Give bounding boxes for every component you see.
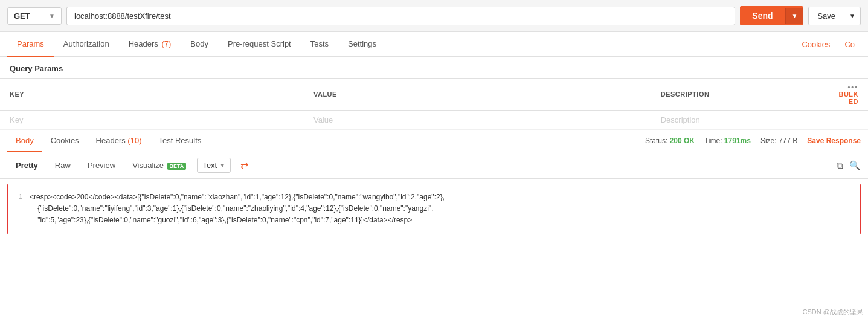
send-label: Send xyxy=(740,6,785,25)
value-input-cell[interactable]: Value xyxy=(304,111,651,130)
code-area: 1 <resp><code>200</code><data>[{"isDelet… xyxy=(7,184,861,234)
status-value: 200 OK xyxy=(670,137,695,145)
beta-badge: BETA xyxy=(167,163,187,170)
tab-params[interactable]: Params xyxy=(7,32,54,57)
tab-tests[interactable]: Tests xyxy=(301,32,338,57)
tab-authorization[interactable]: Authorization xyxy=(54,32,119,57)
time-value: 1791ms xyxy=(724,137,751,145)
more-options-icon[interactable]: ••• xyxy=(847,83,858,91)
method-chevron-icon: ▼ xyxy=(49,13,55,19)
tabs-right: Cookies Co xyxy=(796,33,861,56)
main-tabs-bar: Params Authorization Headers (7) Body Pr… xyxy=(0,32,868,57)
fmt-tab-visualize[interactable]: Visualize BETA xyxy=(124,157,194,173)
bulk-edit-link[interactable]: Bulk Ed xyxy=(838,91,858,105)
search-icon[interactable]: 🔍 xyxy=(849,160,861,171)
code-line-1: 1 <resp><code>200</code><data>[{"isDelet… xyxy=(8,190,860,228)
res-tab-body[interactable]: Body xyxy=(7,130,42,152)
res-tab-test-results[interactable]: Test Results xyxy=(150,130,210,152)
status-label: Status: 200 OK xyxy=(645,137,695,145)
top-bar: GET ▼ Send ▼ Save ▼ xyxy=(0,0,868,32)
tab-pre-request-script[interactable]: Pre-request Script xyxy=(218,32,301,57)
type-select-label: Text xyxy=(202,161,217,170)
size-label: Size: 777 B xyxy=(760,137,797,145)
save-response-button[interactable]: Save Response xyxy=(807,137,861,145)
type-select-chevron-icon: ▼ xyxy=(219,162,225,169)
line-number-1: 1 xyxy=(8,192,30,227)
params-table: KEY VALUE DESCRIPTION ••• Bulk Ed Key Va… xyxy=(0,78,868,130)
send-button[interactable]: Send ▼ xyxy=(740,6,803,25)
table-row: Key Value Description xyxy=(0,111,868,130)
status-info: Status: 200 OK Time: 1791ms Size: 777 B … xyxy=(645,137,861,145)
type-select[interactable]: Text ▼ xyxy=(197,158,231,173)
col-header-key: KEY xyxy=(0,79,304,111)
fmt-right-actions: ⧉ 🔍 xyxy=(837,160,861,171)
save-chevron-icon[interactable]: ▼ xyxy=(844,8,860,24)
format-bar: Pretty Raw Preview Visualize BETA Text ▼… xyxy=(0,152,868,179)
res-tab-headers[interactable]: Headers (10) xyxy=(88,130,150,152)
col-header-actions: ••• Bulk Ed xyxy=(825,79,868,111)
size-value: 777 B xyxy=(779,137,797,145)
col-header-value: VALUE xyxy=(304,79,651,111)
key-input-cell[interactable]: Key xyxy=(0,111,304,130)
query-params-title: Query Params xyxy=(0,57,868,78)
res-tab-cookies[interactable]: Cookies xyxy=(42,130,88,152)
tab-headers[interactable]: Headers (7) xyxy=(119,32,181,57)
code-content-1: <resp><code>200</code><data>[{"isDelete"… xyxy=(30,192,860,227)
fmt-tab-raw[interactable]: Raw xyxy=(47,157,79,173)
col-header-description: DESCRIPTION xyxy=(651,79,825,111)
cookies-link[interactable]: Cookies xyxy=(796,33,836,56)
method-label: GET xyxy=(14,11,30,21)
send-chevron-icon[interactable]: ▼ xyxy=(785,8,804,24)
time-label: Time: 1791ms xyxy=(704,137,751,145)
description-input-cell[interactable]: Description xyxy=(651,111,825,130)
fmt-tab-preview[interactable]: Preview xyxy=(79,157,124,173)
save-label: Save xyxy=(809,7,844,25)
fmt-tab-pretty[interactable]: Pretty xyxy=(7,157,47,173)
tab-settings[interactable]: Settings xyxy=(338,32,386,57)
response-tabs-bar: Body Cookies Headers (10) Test Results S… xyxy=(0,130,868,152)
tab-body[interactable]: Body xyxy=(181,32,218,57)
wrap-button[interactable]: ⇄ xyxy=(236,157,253,173)
co-link[interactable]: Co xyxy=(838,33,861,56)
copy-icon[interactable]: ⧉ xyxy=(837,160,843,171)
save-button[interactable]: Save ▼ xyxy=(808,7,861,25)
url-input[interactable] xyxy=(66,7,735,25)
method-select[interactable]: GET ▼ xyxy=(7,7,62,25)
